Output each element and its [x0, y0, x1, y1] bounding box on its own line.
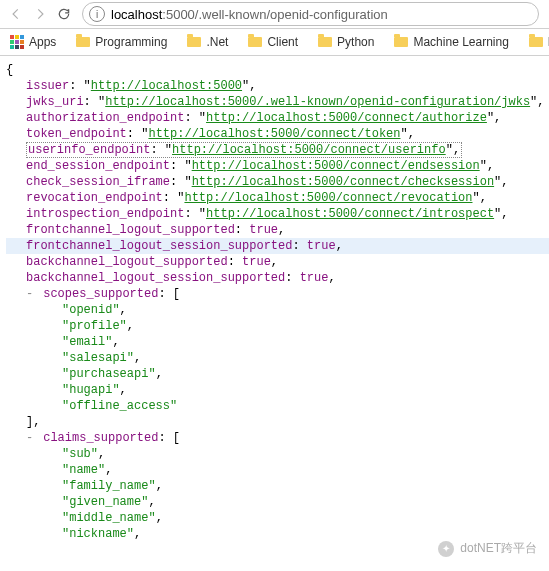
json-row-endsession: end_session_endpoint: "http://localhost:… — [6, 158, 549, 174]
forward-button[interactable] — [28, 2, 52, 26]
json-row-claims: - claims_supported: [ — [6, 430, 549, 446]
bookmark-item[interactable]: .Net — [181, 33, 234, 51]
bookmark-item[interactable]: Programming — [70, 33, 173, 51]
json-row-userinfo: userinfo_endpoint: "http://localhost:500… — [6, 142, 549, 158]
json-array-item: "offline_access" — [6, 398, 549, 414]
json-row-checksession: check_session_iframe: "http://localhost:… — [6, 174, 549, 190]
apps-button[interactable]: Apps — [4, 33, 62, 51]
json-row-fcl: frontchannel_logout_supported: true, — [6, 222, 549, 238]
open-brace: { — [6, 62, 549, 78]
json-array-item: "sub", — [6, 446, 549, 462]
json-row-introspect: introspection_endpoint: "http://localhos… — [6, 206, 549, 222]
link-userinfo[interactable]: http://localhost:5000/connect/userinfo — [172, 143, 446, 157]
json-row-issuer: issuer: "http://localhost:5000", — [6, 78, 549, 94]
bookmark-item[interactable]: Do — [523, 33, 549, 51]
bookmark-label: .Net — [206, 35, 228, 49]
scopes-close: ], — [6, 414, 549, 430]
reload-button[interactable] — [52, 2, 76, 26]
link-checksession[interactable]: http://localhost:5000/connect/checksessi… — [192, 175, 494, 189]
link-jwks[interactable]: http://localhost:5000/.well-known/openid… — [105, 95, 530, 109]
json-array-item: "salesapi", — [6, 350, 549, 366]
json-array-item: "middle_name", — [6, 510, 549, 526]
json-array-item: "hugapi", — [6, 382, 549, 398]
json-row-bcl: backchannel_logout_supported: true, — [6, 254, 549, 270]
bookmark-label: Programming — [95, 35, 167, 49]
site-info-icon[interactable]: i — [89, 6, 105, 22]
link-introspect[interactable]: http://localhost:5000/connect/introspect — [206, 207, 494, 221]
watermark: ✦ dotNET跨平台 — [438, 540, 537, 552]
link-authorize[interactable]: http://localhost:5000/connect/authorize — [206, 111, 487, 125]
folder-icon — [76, 37, 90, 47]
folder-icon — [187, 37, 201, 47]
json-array-item: "purchaseapi", — [6, 366, 549, 382]
json-viewer: { issuer: "http://localhost:5000", jwks_… — [0, 56, 549, 552]
link-revocation[interactable]: http://localhost:5000/connect/revocation — [184, 191, 472, 205]
folder-icon — [529, 37, 543, 47]
address-bar[interactable]: i localhost:5000/.well-known/openid-conf… — [82, 2, 539, 26]
collapse-toggle[interactable]: - — [26, 430, 36, 446]
json-array-item: "email", — [6, 334, 549, 350]
back-button[interactable] — [4, 2, 28, 26]
collapse-toggle[interactable]: - — [26, 286, 36, 302]
url-port: :5000 — [162, 7, 195, 22]
link-endsession[interactable]: http://localhost:5000/connect/endsession — [192, 159, 480, 173]
apps-icon — [10, 35, 24, 49]
url-path: /.well-known/openid-configuration — [195, 7, 388, 22]
bookmark-label: Client — [267, 35, 298, 49]
browser-toolbar: i localhost:5000/.well-known/openid-conf… — [0, 0, 549, 29]
json-row-token: token_endpoint: "http://localhost:5000/c… — [6, 126, 549, 142]
bookmark-label: Python — [337, 35, 374, 49]
json-row-scopes: - scopes_supported: [ — [6, 286, 549, 302]
json-row-fcls: frontchannel_logout_session_supported: t… — [6, 238, 549, 254]
folder-icon — [248, 37, 262, 47]
bookmarks-bar: Apps Programming.NetClientPythonMachine … — [0, 29, 549, 56]
link-issuer[interactable]: http://localhost:5000 — [91, 79, 242, 93]
bookmark-item[interactable]: Python — [312, 33, 380, 51]
folder-icon — [394, 37, 408, 47]
watermark-text: dotNET跨平台 — [460, 540, 537, 552]
json-array-item: "given_name", — [6, 494, 549, 510]
apps-label: Apps — [29, 35, 56, 49]
arrow-left-icon — [9, 7, 23, 21]
json-row-jwks: jwks_uri: "http://localhost:5000/.well-k… — [6, 94, 549, 110]
bookmark-item[interactable]: Client — [242, 33, 304, 51]
link-token[interactable]: http://localhost:5000/connect/token — [148, 127, 400, 141]
reload-icon — [57, 7, 71, 21]
bookmark-item[interactable]: Machine Learning — [388, 33, 514, 51]
json-row-bcls: backchannel_logout_session_supported: tr… — [6, 270, 549, 286]
json-array-item: "profile", — [6, 318, 549, 334]
bookmark-label: Machine Learning — [413, 35, 508, 49]
url-host: localhost — [111, 7, 162, 22]
wechat-icon: ✦ — [438, 541, 454, 553]
json-array-item: "family_name", — [6, 478, 549, 494]
arrow-right-icon — [33, 7, 47, 21]
json-row-authorize: authorization_endpoint: "http://localhos… — [6, 110, 549, 126]
json-row-revocation: revocation_endpoint: "http://localhost:5… — [6, 190, 549, 206]
json-array-item: "openid", — [6, 302, 549, 318]
folder-icon — [318, 37, 332, 47]
json-array-item: "name", — [6, 462, 549, 478]
